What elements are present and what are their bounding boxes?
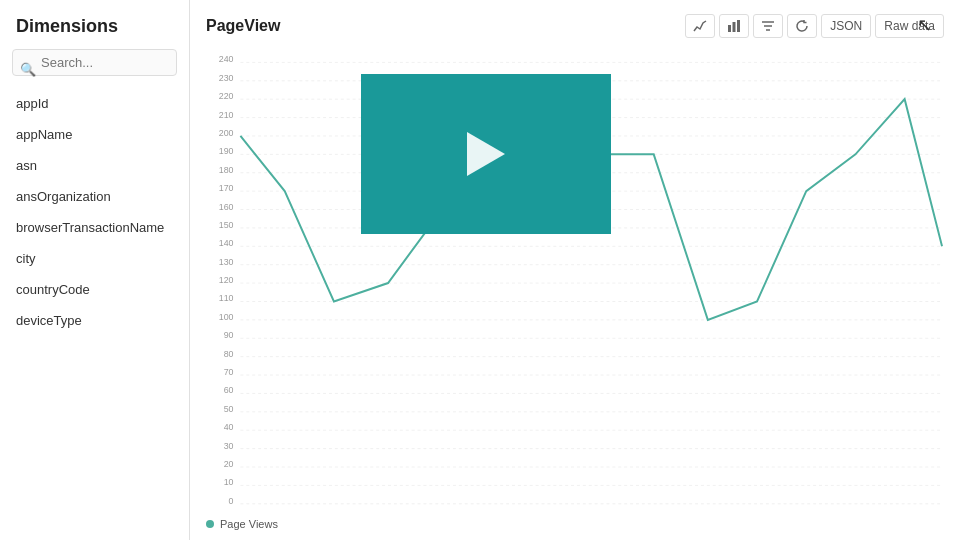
chart-area: 240 230 220 210 200 190 180 170 160 150 … xyxy=(206,44,944,514)
svg-text:180: 180 xyxy=(219,165,234,175)
svg-text:0: 0 xyxy=(229,496,234,506)
search-input[interactable] xyxy=(12,49,177,76)
svg-text:20: 20 xyxy=(224,459,234,469)
svg-text:30: 30 xyxy=(224,440,234,450)
video-overlay[interactable] xyxy=(361,74,611,234)
svg-text:80: 80 xyxy=(224,349,234,359)
svg-text:40: 40 xyxy=(224,422,234,432)
svg-text:130: 130 xyxy=(219,257,234,267)
legend-label: Page Views xyxy=(220,518,278,530)
svg-rect-2 xyxy=(737,20,740,32)
svg-text:140: 140 xyxy=(219,238,234,248)
legend-dot xyxy=(206,520,214,528)
sidebar-item-appname[interactable]: appName xyxy=(0,119,189,150)
svg-text:50: 50 xyxy=(224,404,234,414)
chart-legend: Page Views xyxy=(206,518,944,530)
play-button xyxy=(467,132,505,176)
sidebar-item-city[interactable]: city xyxy=(0,243,189,274)
svg-text:100: 100 xyxy=(219,312,234,322)
svg-text:170: 170 xyxy=(219,183,234,193)
sidebar-item-browsertransactionname[interactable]: browserTransactionName xyxy=(0,212,189,243)
dimension-list: appId appName asn ansOrganization browse… xyxy=(0,88,189,524)
svg-text:210: 210 xyxy=(219,109,234,119)
toolbar-refresh-btn[interactable] xyxy=(787,14,817,38)
toolbar-chart-btn1[interactable] xyxy=(685,14,715,38)
svg-text:70: 70 xyxy=(224,367,234,377)
svg-text:60: 60 xyxy=(224,385,234,395)
svg-text:120: 120 xyxy=(219,275,234,285)
svg-text:150: 150 xyxy=(219,220,234,230)
svg-text:160: 160 xyxy=(219,201,234,211)
toolbar-json-btn[interactable]: JSON xyxy=(821,14,871,38)
svg-text:190: 190 xyxy=(219,146,234,156)
toolbar-rawdata-btn[interactable]: Raw data xyxy=(875,14,944,38)
search-container: 🔍 xyxy=(0,49,189,88)
svg-text:10: 10 xyxy=(224,477,234,487)
sidebar: Dimensions 🔍 appId appName asn ansOrgani… xyxy=(0,0,190,540)
main-content: ↖ PageView xyxy=(190,0,960,540)
chart-header: PageView xyxy=(206,14,944,38)
svg-text:90: 90 xyxy=(224,330,234,340)
svg-text:200: 200 xyxy=(219,128,234,138)
toolbar: JSON Raw data xyxy=(685,14,944,38)
svg-text:110: 110 xyxy=(219,293,234,303)
svg-text:230: 230 xyxy=(219,73,234,83)
sidebar-item-countrycode[interactable]: countryCode xyxy=(0,274,189,305)
sidebar-title: Dimensions xyxy=(0,16,189,49)
sidebar-item-ansorganization[interactable]: ansOrganization xyxy=(0,181,189,212)
sidebar-item-asn[interactable]: asn xyxy=(0,150,189,181)
svg-rect-1 xyxy=(733,22,736,32)
sidebar-item-devicetype[interactable]: deviceType xyxy=(0,305,189,336)
toolbar-filter-btn[interactable] xyxy=(753,14,783,38)
chart-title: PageView xyxy=(206,17,280,35)
svg-rect-0 xyxy=(728,25,731,32)
toolbar-chart-btn2[interactable] xyxy=(719,14,749,38)
sidebar-item-appid[interactable]: appId xyxy=(0,88,189,119)
svg-text:240: 240 xyxy=(219,54,234,64)
svg-text:220: 220 xyxy=(219,91,234,101)
